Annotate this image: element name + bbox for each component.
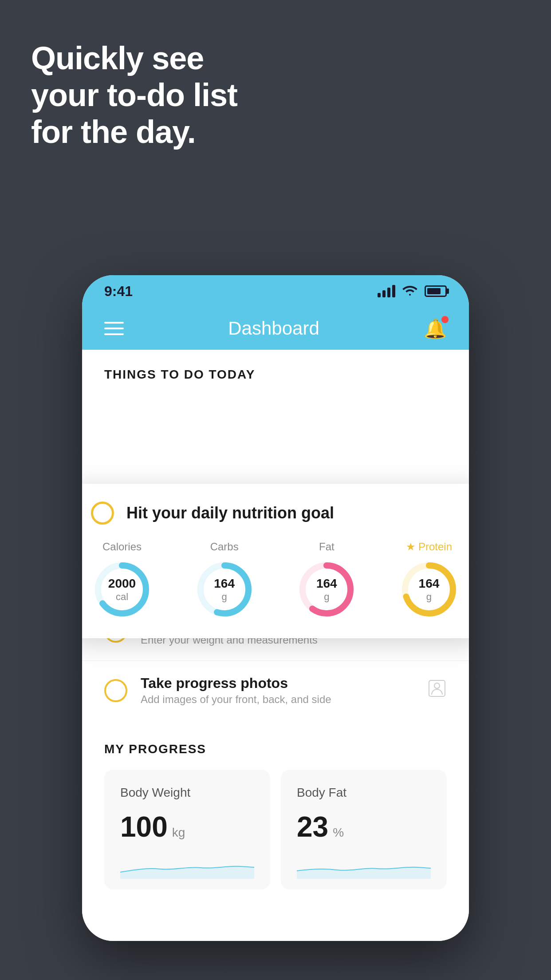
app-header: Dashboard 🔔 xyxy=(82,307,469,350)
hero-text: Quickly see your to-do list for the day. xyxy=(31,40,237,150)
svg-point-12 xyxy=(434,683,440,688)
nutrition-card: Hit your daily nutrition goal Calories 2 xyxy=(82,484,469,638)
fat-donut: 164 g xyxy=(295,558,358,620)
status-icons xyxy=(378,284,447,299)
fat-label: Fat xyxy=(319,541,335,553)
body-weight-card[interactable]: Body Weight 100 kg xyxy=(104,770,270,889)
battery-icon xyxy=(425,285,447,297)
status-time: 9:41 xyxy=(104,283,133,300)
status-bar: 9:41 xyxy=(82,275,469,307)
body-fat-title: Body Fat xyxy=(297,786,431,800)
protein-stat: ★ Protein 164 g xyxy=(398,541,460,620)
body-weight-chart xyxy=(120,857,254,879)
fat-stat: Fat 164 g xyxy=(295,541,358,620)
notification-button[interactable]: 🔔 xyxy=(424,318,447,340)
signal-icon xyxy=(378,285,395,297)
body-weight-unit: kg xyxy=(172,826,185,840)
wifi-icon xyxy=(402,284,417,299)
carbs-donut: 164 g xyxy=(193,558,256,620)
photos-text: Take progress photos Add images of your … xyxy=(141,675,414,706)
nutrition-card-title: Hit your daily nutrition goal xyxy=(126,504,334,522)
photos-subtitle: Add images of your front, back, and side xyxy=(141,693,414,706)
body-weight-title: Body Weight xyxy=(120,786,254,800)
body-weight-value: 100 xyxy=(120,810,168,843)
menu-button[interactable] xyxy=(104,322,124,335)
body-fat-card[interactable]: Body Fat 23 % xyxy=(281,770,447,889)
star-icon: ★ xyxy=(406,541,416,553)
protein-donut: 164 g xyxy=(398,558,460,620)
person-icon xyxy=(427,679,447,702)
body-fat-unit: % xyxy=(333,826,344,840)
carbs-label: Carbs xyxy=(210,541,239,553)
carbs-stat: Carbs 164 g xyxy=(193,541,256,620)
nutrition-stats: Calories 2000 cal xyxy=(91,541,460,620)
progress-cards: Body Weight 100 kg Body Fat 23 % xyxy=(104,770,447,889)
protein-label: ★ Protein xyxy=(406,541,452,553)
phone-content: THINGS TO DO TODAY Hit your daily nutrit… xyxy=(82,350,469,941)
phone-mockup: 9:41 Dashboard xyxy=(82,275,469,941)
todo-item-photos[interactable]: Take progress photos Add images of your … xyxy=(82,660,469,720)
nutrition-check-circle[interactable] xyxy=(91,502,114,525)
body-fat-value: 23 xyxy=(297,810,328,843)
calories-label: Calories xyxy=(102,541,142,553)
photos-check-circle[interactable] xyxy=(104,679,127,702)
things-to-do-header: THINGS TO DO TODAY xyxy=(82,350,469,391)
progress-header: MY PROGRESS xyxy=(104,742,447,756)
app-title: Dashboard xyxy=(228,318,319,339)
calories-stat: Calories 2000 cal xyxy=(91,541,153,620)
body-fat-chart xyxy=(297,857,431,879)
calories-donut: 2000 cal xyxy=(91,558,153,620)
notification-badge xyxy=(441,316,449,323)
photos-title: Take progress photos xyxy=(141,675,414,692)
my-progress-section: MY PROGRESS Body Weight 100 kg Bod xyxy=(82,720,469,903)
